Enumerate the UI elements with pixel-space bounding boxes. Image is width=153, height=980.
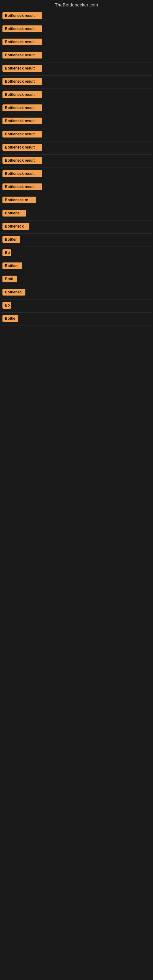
result-row-12: Bottleneck result bbox=[1, 155, 152, 168]
bottleneck-badge-22[interactable]: Bottlenec bbox=[2, 289, 26, 296]
bottleneck-badge-24[interactable]: Bottle bbox=[2, 315, 18, 322]
result-row-21: Bottl bbox=[1, 273, 152, 286]
results-list: Bottleneck result Bottleneck result Bott… bbox=[0, 10, 153, 877]
bottleneck-badge-2[interactable]: Bottleneck result bbox=[2, 25, 42, 32]
bottleneck-badge-1[interactable]: Bottleneck result bbox=[2, 12, 42, 19]
result-row-9: Bottleneck result bbox=[1, 115, 152, 128]
empty-space bbox=[1, 326, 152, 877]
bottleneck-badge-11[interactable]: Bottleneck result bbox=[2, 144, 42, 151]
bottleneck-badge-12[interactable]: Bottleneck result bbox=[2, 157, 42, 164]
result-row-1: Bottleneck result bbox=[1, 10, 152, 23]
result-row-4: Bottleneck result bbox=[1, 49, 152, 62]
result-row-23: Bo bbox=[1, 299, 152, 313]
result-row-5: Bottleneck result bbox=[1, 62, 152, 76]
result-row-2: Bottleneck result bbox=[1, 23, 152, 36]
bottleneck-badge-18[interactable]: Bottler bbox=[2, 236, 20, 243]
result-row-16: Bottlene bbox=[1, 207, 152, 221]
bottleneck-badge-10[interactable]: Bottleneck result bbox=[2, 131, 42, 137]
result-row-11: Bottleneck result bbox=[1, 142, 152, 155]
bottleneck-badge-4[interactable]: Bottleneck result bbox=[2, 52, 42, 59]
bottleneck-badge-3[interactable]: Bottleneck result bbox=[2, 38, 42, 45]
result-row-15: Bottleneck re bbox=[1, 194, 152, 207]
result-row-17: Bottleneck bbox=[1, 221, 152, 234]
bottleneck-badge-8[interactable]: Bottleneck result bbox=[2, 105, 42, 111]
bottleneck-badge-16[interactable]: Bottlene bbox=[2, 210, 26, 216]
bottleneck-badge-17[interactable]: Bottleneck bbox=[2, 223, 29, 230]
site-title: TheBottlenecker.com bbox=[0, 0, 153, 10]
result-row-3: Bottleneck result bbox=[1, 36, 152, 49]
page-container: TheBottlenecker.com Bottleneck result Bo… bbox=[0, 0, 153, 877]
result-row-22: Bottlenec bbox=[1, 286, 152, 299]
bottleneck-badge-5[interactable]: Bottleneck result bbox=[2, 65, 42, 72]
bottleneck-badge-14[interactable]: Bottleneck result bbox=[2, 183, 42, 190]
result-row-14: Bottleneck result bbox=[1, 181, 152, 194]
bottleneck-badge-21[interactable]: Bottl bbox=[2, 275, 17, 282]
bottleneck-badge-13[interactable]: Bottleneck result bbox=[2, 170, 42, 177]
bottleneck-badge-20[interactable]: Bottlen bbox=[2, 262, 22, 269]
bottleneck-badge-15[interactable]: Bottleneck re bbox=[2, 197, 36, 204]
bottleneck-badge-7[interactable]: Bottleneck result bbox=[2, 91, 42, 98]
bottleneck-badge-19[interactable]: Bo bbox=[2, 249, 11, 256]
result-row-19: Bo bbox=[1, 247, 152, 260]
result-row-8: Bottleneck result bbox=[1, 102, 152, 115]
result-row-7: Bottleneck result bbox=[1, 89, 152, 102]
result-row-24: Bottle bbox=[1, 313, 152, 326]
result-row-20: Bottlen bbox=[1, 260, 152, 273]
result-row-6: Bottleneck result bbox=[1, 76, 152, 89]
bottleneck-badge-6[interactable]: Bottleneck result bbox=[2, 78, 42, 85]
result-row-13: Bottleneck result bbox=[1, 168, 152, 181]
bottleneck-badge-9[interactable]: Bottleneck result bbox=[2, 118, 42, 124]
result-row-10: Bottleneck result bbox=[1, 128, 152, 142]
bottleneck-badge-23[interactable]: Bo bbox=[2, 302, 11, 309]
result-row-18: Bottler bbox=[1, 234, 152, 247]
